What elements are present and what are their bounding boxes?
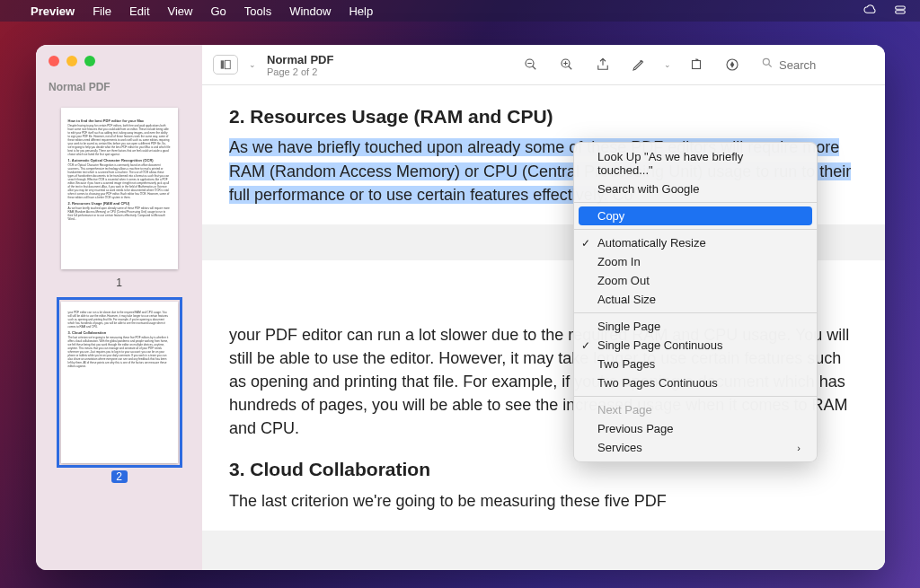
menu-tools[interactable]: Tools	[244, 4, 271, 18]
menu-item-zoom-out[interactable]: Zoom Out	[574, 271, 817, 290]
menu-separator	[574, 202, 817, 203]
check-icon: ✓	[581, 237, 590, 250]
chevron-down-icon[interactable]: ⌄	[247, 60, 258, 69]
toolbar: ⌄ Normal PDF Page 2 of 2 ⌄	[202, 45, 885, 85]
markup-button[interactable]	[626, 52, 651, 77]
system-menubar: Preview File Edit View Go Tools Window H…	[0, 0, 920, 22]
section-heading: 2. Resources Usage (RAM and CPU)	[229, 103, 858, 130]
menu-item-two-continuous[interactable]: Two Pages Continuous	[574, 373, 817, 392]
window-controls	[36, 56, 202, 81]
menu-item-auto-resize[interactable]: ✓Automatically Resize	[574, 233, 817, 252]
menu-item-copy[interactable]: Copy	[579, 206, 812, 225]
page-number-1: 1	[49, 276, 190, 289]
menu-view[interactable]: View	[168, 4, 193, 18]
fullscreen-button[interactable]	[84, 56, 95, 66]
menu-item-previous-page[interactable]: Previous Page	[574, 419, 817, 438]
zoom-out-button[interactable]	[518, 52, 544, 77]
check-icon: ✓	[581, 339, 590, 352]
minimize-button[interactable]	[66, 56, 77, 66]
search-input[interactable]	[779, 58, 869, 72]
menu-item-two-pages[interactable]: Two Pages	[574, 355, 817, 373]
menu-separator	[574, 396, 817, 397]
svg-rect-6	[693, 61, 701, 69]
menu-item-search-google[interactable]: Search with Google	[574, 180, 817, 198]
thumbnail-sidebar: Normal PDF How to find the best PDF edit…	[36, 45, 202, 570]
document-title: Normal PDF	[267, 53, 333, 66]
share-button[interactable]	[590, 52, 615, 77]
view-mode-button[interactable]	[213, 55, 238, 75]
search-field[interactable]	[756, 55, 874, 75]
menu-item-actual-size[interactable]: Actual Size	[574, 290, 817, 309]
rotate-button[interactable]	[684, 52, 709, 77]
svg-rect-2	[221, 60, 225, 68]
menu-item-single-continuous[interactable]: ✓Single Page Continuous	[574, 336, 817, 355]
close-button[interactable]	[49, 56, 59, 66]
menu-window[interactable]: Window	[289, 4, 331, 18]
menu-file[interactable]: File	[93, 4, 111, 18]
page-thumbnail-1[interactable]: How to find the best PDF editor for your…	[61, 108, 178, 269]
zoom-in-button[interactable]	[554, 52, 579, 77]
svg-rect-3	[225, 60, 230, 68]
menu-edit[interactable]: Edit	[129, 4, 149, 18]
app-menu[interactable]: Preview	[31, 4, 75, 18]
page-number-2: 2	[111, 470, 128, 483]
creative-cloud-icon[interactable]	[862, 3, 877, 20]
body-paragraph: The last criterion we're going to be mea…	[229, 489, 858, 513]
menu-item-services[interactable]: Services›	[574, 438, 817, 457]
svg-rect-1	[896, 10, 906, 13]
menu-item-lookup[interactable]: Look Up "As we have briefly touched..."	[574, 147, 817, 180]
menu-item-single-page[interactable]: Single Page	[574, 317, 817, 336]
menu-go[interactable]: Go	[210, 4, 226, 18]
sidebar-title: Normal PDF	[36, 81, 202, 102]
menu-item-zoom-in[interactable]: Zoom In	[574, 252, 817, 271]
page-thumbnail-2[interactable]: your PDF editor can run a lot slower due…	[61, 302, 178, 463]
menu-separator	[574, 312, 817, 313]
svg-rect-0	[896, 6, 906, 9]
submenu-arrow-icon: ›	[797, 443, 801, 453]
page-indicator: Page 2 of 2	[267, 66, 333, 77]
menu-help[interactable]: Help	[349, 4, 373, 18]
highlight-button[interactable]	[720, 52, 745, 77]
menu-item-next-page: Next Page	[574, 400, 817, 419]
markup-dropdown-icon[interactable]: ⌄	[662, 60, 673, 69]
menu-separator	[574, 229, 817, 230]
svg-point-8	[763, 58, 769, 65]
search-icon	[761, 57, 774, 73]
context-menu: Look Up "As we have briefly touched..." …	[573, 142, 818, 462]
control-center-icon[interactable]	[893, 3, 907, 20]
